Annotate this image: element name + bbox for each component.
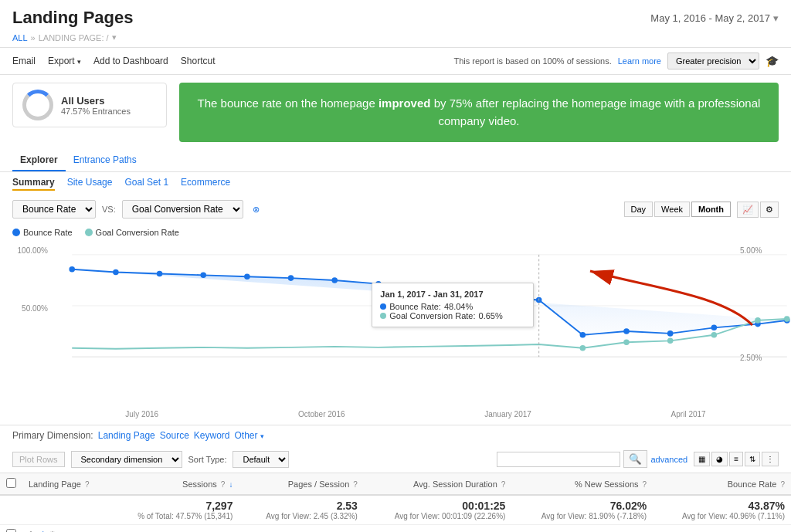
top-bar: Landing Pages May 1, 2016 - May 2, 2017 … — [0, 0, 791, 31]
tab-explorer[interactable]: Explorer — [12, 150, 66, 171]
line-chart-btn[interactable]: 📈 — [737, 202, 759, 218]
segment-box: All Users 47.57% Entrances — [12, 83, 167, 127]
grid-view-btn[interactable]: ▦ — [694, 452, 710, 466]
source-link[interactable]: Source — [160, 430, 189, 441]
totals-bounce-main: 43.87% — [659, 500, 785, 512]
x-axis-labels: July 2016 October 2016 January 2017 Apri… — [0, 410, 791, 422]
primary-dim-row: Primary Dimension: Landing Page Source K… — [0, 425, 791, 446]
pie-view-btn[interactable]: ◕ — [711, 452, 728, 466]
subtab-site-usage[interactable]: Site Usage — [67, 177, 113, 191]
totals-duration-main: 00:01:25 — [370, 500, 505, 512]
row-bounce-rate: 43.87% — [653, 525, 791, 533]
row-checkbox[interactable] — [6, 529, 16, 532]
breadcrumb-sep: » — [31, 33, 36, 42]
svg-point-4 — [113, 269, 119, 276]
totals-sessions-sub: % of Total: 47.57% (15,341) — [116, 512, 233, 520]
vs-label: VS: — [102, 205, 116, 214]
subtab-ecommerce[interactable]: Ecommerce — [181, 177, 230, 191]
email-button[interactable]: Email — [12, 56, 36, 66]
col-view-btn[interactable]: ⋮ — [762, 452, 779, 466]
y-right-5: 5.00% — [740, 246, 776, 255]
totals-pages-main: 2.53 — [245, 500, 357, 512]
sort-default-select[interactable]: Default — [233, 451, 289, 468]
week-button[interactable]: Week — [654, 202, 690, 217]
totals-pages: 2.53 Avg for View: 2.45 (3.32%) — [239, 495, 363, 525]
advanced-link[interactable]: advanced — [650, 455, 687, 464]
breadcrumb-landing[interactable]: LANDING PAGE: / — [39, 33, 109, 42]
other-link[interactable]: Other ▾ — [235, 430, 264, 441]
subtab-summary[interactable]: Summary — [12, 177, 55, 191]
export-button[interactable]: Export ▾ — [48, 56, 81, 66]
pie-chart-btn[interactable]: ⚙ — [760, 202, 779, 218]
breadcrumb-caret[interactable]: ▾ — [112, 32, 117, 42]
sort-view-btn[interactable]: ⇅ — [745, 452, 760, 466]
row-new-sessions: 76.02% — [511, 525, 653, 533]
y-label-50: 50.00% — [12, 304, 48, 313]
precision-select[interactable]: Greater precision — [667, 53, 759, 69]
metric1-select[interactable]: Bounce Rate — [12, 200, 96, 219]
shortcut-button[interactable]: Shortcut — [181, 56, 216, 66]
day-button[interactable]: Day — [624, 202, 654, 217]
date-range: May 1, 2016 - May 2, 2017 ▾ — [650, 12, 779, 24]
legend: Bounce Rate Goal Conversion Rate — [0, 225, 791, 240]
clear-btn[interactable]: ⊗ — [253, 205, 260, 215]
row-sessions: 7,297(100.00%) — [110, 525, 239, 533]
sort-type-label: Sort Type: — [188, 455, 227, 464]
date-range-text: May 1, 2016 - May 2, 2017 — [650, 12, 770, 24]
svg-point-8 — [288, 275, 294, 281]
chart-tooltip: Jan 1, 2017 - Jan 31, 2017 Bounce Rate: … — [372, 283, 534, 327]
svg-point-23 — [667, 338, 674, 344]
totals-new-main: 76.02% — [518, 500, 647, 512]
toolbar: Email Export ▾ Add to Dashboard Shortcut… — [0, 47, 791, 75]
data-table: Landing Page ? Sessions ? ↓ Pages / Sess… — [0, 473, 791, 532]
callout-box: The bounce rate on the homepage improved… — [179, 83, 779, 142]
secondary-dimension-select[interactable]: Secondary dimension — [71, 451, 182, 468]
x-label-apr: April 2017 — [671, 410, 706, 418]
sessions-info: This report is based on 100% of sessions… — [454, 56, 612, 66]
svg-point-26 — [784, 316, 790, 322]
totals-pages-sub: Avg for View: 2.45 (3.32%) — [245, 512, 357, 520]
month-button[interactable]: Month — [691, 202, 731, 217]
subtab-goal-set-1[interactable]: Goal Set 1 — [124, 177, 168, 191]
date-range-caret[interactable]: ▾ — [773, 12, 779, 24]
select-all-checkbox[interactable] — [6, 478, 16, 488]
tab-entrance-paths[interactable]: Entrance Paths — [66, 150, 144, 171]
plot-rows-button[interactable]: Plot Rows — [12, 452, 65, 467]
keyword-link[interactable]: Keyword — [194, 430, 230, 441]
share-icon[interactable]: 🎓 — [766, 55, 779, 67]
svg-point-22 — [623, 339, 630, 345]
x-label-july: July 2016 — [125, 410, 158, 418]
segment-donut — [22, 90, 53, 120]
y-label-100: 100.00% — [12, 246, 48, 255]
callout-text-1: The bounce rate on the homepage — [198, 97, 379, 110]
th-new-sessions: % New Sessions ? — [511, 473, 653, 495]
totals-sessions-main: 7,297 — [116, 500, 233, 512]
page-title: Landing Pages — [12, 8, 133, 28]
row-pages: 2.53 — [239, 525, 363, 533]
svg-point-3 — [69, 266, 75, 273]
landing-page-link[interactable]: Landing Page — [98, 430, 155, 441]
chart-area: 100.00% 50.00% 5.00% 2.50% — [0, 240, 791, 410]
svg-point-21 — [580, 345, 586, 351]
totals-duration-sub: Avg for View: 00:01:09 (22.26%) — [370, 512, 505, 520]
segment-pct: 47.57% Entrances — [61, 107, 131, 116]
totals-duration: 00:01:25 Avg for View: 00:01:09 (22.26%) — [364, 495, 511, 525]
th-avg-duration: Avg. Session Duration ? — [364, 473, 511, 495]
th-sessions: Sessions ? ↓ — [110, 473, 239, 495]
svg-point-15 — [580, 332, 586, 338]
primary-tabs: Explorer Entrance Paths — [0, 150, 791, 172]
primary-dim-label: Primary Dimension: — [12, 430, 93, 441]
learn-more-link[interactable]: Learn more — [618, 56, 661, 66]
bar-view-btn[interactable]: ≡ — [729, 452, 743, 466]
search-button[interactable]: 🔍 — [623, 450, 647, 468]
totals-new-sessions: 76.02% Avg for View: 81.90% (-7.18%) — [511, 495, 653, 525]
metric2-select[interactable]: Goal Conversion Rate — [122, 200, 243, 219]
breadcrumb-all[interactable]: ALL — [12, 33, 28, 42]
svg-point-18 — [711, 325, 718, 331]
add-to-dashboard-button[interactable]: Add to Dashboard — [93, 56, 168, 66]
sub-tabs: Summary Site Usage Goal Set 1 Ecommerce — [0, 172, 791, 194]
legend-bounce-rate: Bounce Rate — [12, 228, 73, 237]
svg-point-9 — [331, 277, 338, 283]
svg-point-17 — [667, 330, 674, 337]
search-input[interactable] — [497, 452, 620, 467]
